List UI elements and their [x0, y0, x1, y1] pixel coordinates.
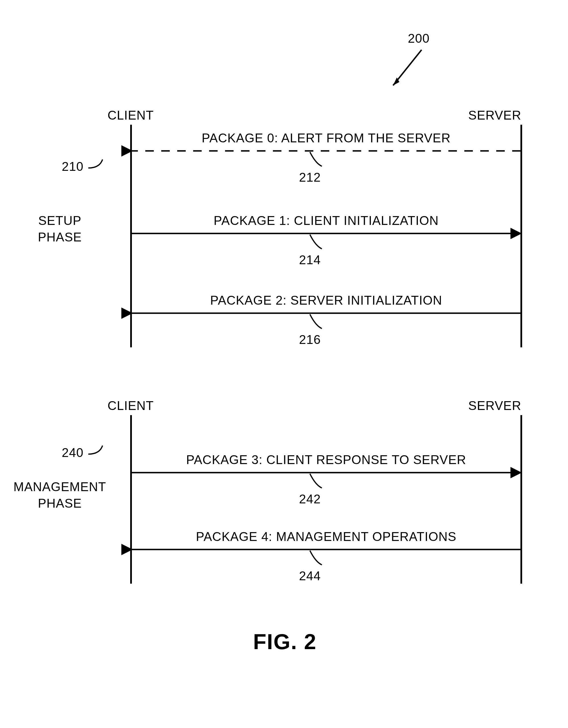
message-ref-label: 214 — [299, 253, 321, 267]
server-label: SERVER — [468, 399, 521, 413]
phase-name-line2: PHASE — [38, 230, 82, 244]
phase-management: CLIENT SERVER 240 MANAGEMENT PHASE PACKA… — [13, 399, 521, 584]
phase-name-line1: SETUP — [38, 214, 81, 227]
sequence-diagram: 200 CLIENT SERVER 210 SETUP PHASE PACKAG… — [0, 0, 568, 728]
message-text: PACKAGE 3: CLIENT RESPONSE TO SERVER — [186, 453, 466, 467]
phase-name-line2: PHASE — [38, 496, 82, 510]
message-ref-label: 212 — [299, 170, 321, 184]
message-ref-hook — [310, 314, 322, 329]
phase-setup: CLIENT SERVER 210 SETUP PHASE PACKAGE 0:… — [38, 108, 521, 347]
message-ref-hook — [310, 235, 322, 249]
message-ref-label: 242 — [299, 492, 321, 506]
message-package1: PACKAGE 1: CLIENT INITIALIZATION 214 — [132, 214, 521, 267]
message-text: PACKAGE 1: CLIENT INITIALIZATION — [214, 214, 439, 227]
message-ref-label: 216 — [299, 333, 321, 346]
client-label: CLIENT — [108, 399, 154, 413]
message-ref-hook — [310, 551, 322, 565]
message-ref-hook — [310, 474, 322, 488]
message-package2: PACKAGE 2: SERVER INITIALIZATION 216 — [132, 293, 521, 346]
phase-ref-label: 240 — [62, 446, 83, 460]
message-ref-hook — [310, 152, 322, 166]
message-ref-label: 244 — [299, 569, 321, 583]
message-package3: PACKAGE 3: CLIENT RESPONSE TO SERVER 242 — [132, 453, 521, 506]
message-text: PACKAGE 0: ALERT FROM THE SERVER — [202, 131, 451, 145]
phase-name-line1: MANAGEMENT — [13, 480, 106, 494]
phase-ref-hook — [88, 446, 102, 454]
message-text: PACKAGE 4: MANAGEMENT OPERATIONS — [196, 530, 457, 544]
figure-title: FIG. 2 — [253, 629, 317, 654]
client-label: CLIENT — [108, 108, 154, 122]
message-text: PACKAGE 2: SERVER INITIALIZATION — [210, 293, 442, 307]
phase-ref-hook — [88, 159, 102, 168]
message-package0: PACKAGE 0: ALERT FROM THE SERVER 212 — [132, 131, 521, 184]
overall-ref-label: 200 — [408, 31, 430, 45]
phase-ref-label: 210 — [62, 159, 83, 173]
server-label: SERVER — [468, 108, 521, 122]
message-package4: PACKAGE 4: MANAGEMENT OPERATIONS 244 — [132, 530, 521, 583]
